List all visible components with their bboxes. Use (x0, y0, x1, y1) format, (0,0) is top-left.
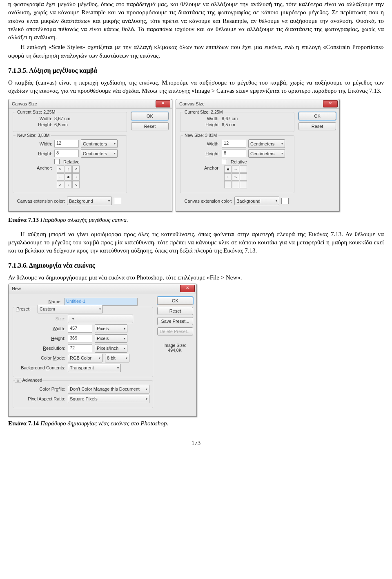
dialog-title: Canvas Size (179, 101, 205, 106)
figure-713: Canvas Size ✕ Current Size: 2,25M Width:… (8, 99, 384, 212)
new-dialog: New ✕ Name:Untitled-1 Preset:Custom Size… (8, 284, 197, 417)
paragraph: Αν θέλουμε να δημιουργήσουμε μια νέα εικ… (8, 273, 384, 282)
reset-button[interactable]: Reset (157, 307, 193, 315)
width-label: Width: (184, 116, 220, 121)
width-label: Width: (16, 326, 65, 331)
pixelaspect-label: Pixel Aspect Ratio: (16, 396, 65, 401)
resolution-input[interactable]: 72 (68, 344, 92, 352)
ok-button[interactable]: OK (131, 112, 169, 120)
new-size-group: New Size: 3,83M Width:12Centimeters Heig… (13, 135, 127, 193)
figure-caption-713: Εικόνα 7.13 Παράθυρο αλλαγής μεγέθους ca… (8, 216, 384, 224)
paragraph: Η επιλογή «Scale Styles» σχετίζεται με τ… (8, 43, 384, 60)
canvas-size-dialog-left: Canvas Size ✕ Current Size: 2,25M Width:… (8, 99, 172, 212)
extension-color-select[interactable]: Background (67, 197, 112, 205)
delete-preset-button: Delete Preset... (157, 327, 193, 335)
height-label: Height: (16, 336, 65, 341)
height-value: 6,5 cm (222, 122, 235, 127)
new-size-label: New Size: 3,83M (16, 133, 51, 138)
colorprofile-select[interactable]: Don't Color Manage this Document (68, 385, 149, 393)
width-value: 8,67 cm (54, 116, 70, 121)
colormode-label: Color Mode: (16, 355, 65, 360)
advanced-label: Advanced (22, 378, 42, 382)
relative-checkbox[interactable] (54, 159, 60, 164)
height-input[interactable]: 8 (54, 150, 79, 157)
height-unit-select[interactable]: Pixels (95, 334, 127, 343)
close-icon[interactable]: ✕ (156, 100, 170, 107)
new-size-label: New Size: 3,83M (183, 133, 218, 138)
height-unit-select[interactable]: Centimeters (248, 149, 285, 158)
anchor-label: Anchor: (184, 165, 220, 170)
ok-button[interactable]: OK (157, 297, 193, 305)
image-size-info: Image Size:494,0K (157, 343, 192, 353)
anchor-grid[interactable]: → ↓↘ (224, 165, 247, 188)
bgcontents-select[interactable]: Transparent (68, 364, 121, 372)
pixelaspect-select[interactable]: Square Pixels (68, 395, 149, 403)
resolution-unit-select[interactable]: Pixels/Inch (95, 344, 127, 353)
bgcontents-label: Background Contents: (16, 365, 65, 370)
width-label: Width: (184, 141, 220, 146)
page-number: 173 (8, 440, 384, 447)
advanced-toggle[interactable]: ☆ (15, 378, 21, 383)
width-input[interactable]: 457 (68, 325, 92, 333)
extension-color-label: Canvas extension color: (180, 199, 232, 203)
close-icon[interactable]: ✕ (323, 100, 338, 107)
color-swatch[interactable] (114, 198, 121, 204)
close-icon[interactable]: ✕ (180, 285, 195, 292)
height-unit-select[interactable]: Centimeters (81, 149, 118, 158)
colormode-select[interactable]: RGB Color (68, 354, 102, 362)
ok-button[interactable]: OK (298, 112, 336, 120)
canvas-size-dialog-right: Canvas Size ✕ Current Size: 2,25M Width:… (176, 99, 340, 212)
extension-color-select[interactable]: Background (234, 197, 279, 205)
width-unit-select[interactable]: Centimeters (81, 139, 118, 148)
reset-button[interactable]: Reset (131, 122, 169, 130)
relative-checkbox[interactable] (222, 159, 227, 164)
width-input[interactable]: 12 (222, 140, 246, 148)
extension-color-label: Canvas extension color: (13, 199, 65, 203)
height-label: Height: (16, 122, 52, 127)
current-size-label: Current Size: 2,25M (16, 110, 57, 114)
relative-label: Relative (231, 159, 247, 164)
size-label: Size: (16, 316, 65, 321)
width-label: Width: (16, 141, 52, 146)
current-size-group: Current Size: 2,25M Width:8,67 cm Height… (13, 112, 127, 132)
anchor-grid[interactable]: ↖↑↗ ←→ ↙↓↘ (57, 165, 80, 188)
anchor-label: Anchor: (16, 165, 52, 170)
titlebar: Canvas Size ✕ (9, 99, 172, 109)
figure-caption-714: Εικόνα 7.14 Παράθυρο δημιουργίας νέας ει… (8, 419, 384, 427)
relative-label: Relative (63, 159, 80, 164)
titlebar: New ✕ (9, 284, 196, 293)
bitdepth-select[interactable]: 8 bit (105, 354, 129, 362)
reset-button[interactable]: Reset (298, 122, 336, 130)
color-swatch[interactable] (281, 198, 289, 204)
preset-select[interactable]: Custom (38, 305, 103, 313)
height-label: Height: (16, 151, 52, 156)
dialog-title: New (12, 286, 21, 291)
paragraph: Ο καμβάς (canvas) είναι η περιοχή σχεδία… (8, 78, 384, 95)
height-input[interactable]: 8 (222, 150, 246, 157)
heading-7135: 7.1.3.5. Αύξηση μεγέθους καμβά (8, 67, 384, 74)
height-label: Height: (184, 122, 220, 127)
width-input[interactable]: 12 (54, 140, 79, 148)
save-preset-button[interactable]: Save Preset... (157, 317, 193, 325)
size-select (68, 315, 133, 323)
paragraph: Η αύξηση μπορεί να γίνει ομοιόμορφα προς… (8, 230, 384, 255)
width-unit-select[interactable]: Centimeters (248, 139, 285, 148)
colorprofile-label: Color Profile: (16, 387, 65, 391)
dialog-title: Canvas Size (12, 101, 37, 106)
preset-label: Preset: (16, 306, 35, 311)
height-label: Height: (184, 151, 220, 156)
height-value: 6,5 cm (54, 122, 68, 127)
paragraph: η φωτογραφία έχει μεγάλο μέγεθος, όπως σ… (8, 0, 384, 41)
current-size-label: Current Size: 2,25M (183, 110, 224, 114)
height-input[interactable]: 369 (68, 335, 92, 342)
resolution-label: Resolution: (16, 346, 65, 351)
name-label: Name: (13, 299, 62, 304)
width-label: Width: (16, 116, 52, 121)
titlebar: Canvas Size ✕ (176, 99, 339, 109)
heading-7136: 7.1.3.6. Δημιουργία νέα εικόνας (8, 262, 384, 269)
width-unit-select[interactable]: Pixels (95, 324, 127, 333)
width-value: 8,67 cm (222, 116, 238, 121)
